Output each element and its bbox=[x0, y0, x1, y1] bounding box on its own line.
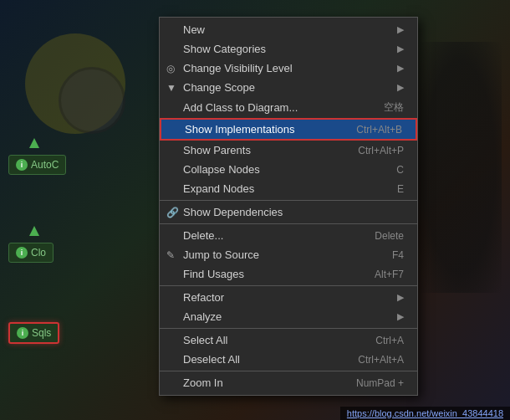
menu-item-change-visibility[interactable]: ◎ Change Visibility Level ▶ bbox=[160, 59, 417, 78]
menu-item-show-categories[interactable]: Show Categories ▶ bbox=[160, 39, 417, 59]
menu-item-new-arrow: ▶ bbox=[397, 24, 404, 35]
filter-icon: ▼ bbox=[166, 82, 176, 94]
menu-item-zoom-in[interactable]: Zoom In NumPad + bbox=[160, 373, 417, 392]
menu-item-jump-to-source[interactable]: ✎ Jump to Source F4 bbox=[160, 245, 417, 264]
menu-item-refactor[interactable]: Refactor ▶ bbox=[160, 288, 417, 307]
menu-item-select-all-label: Select All bbox=[183, 334, 227, 346]
menu-item-change-visibility-label: Change Visibility Level bbox=[183, 62, 293, 74]
separator-2 bbox=[160, 223, 417, 224]
node-autoc-label: AutoC bbox=[31, 159, 59, 171]
menu-item-jump-label: Jump to Source bbox=[183, 248, 259, 261]
menu-item-find-usages-label: Find Usages bbox=[183, 268, 244, 280]
menu-item-scope-arrow: ▶ bbox=[397, 82, 404, 93]
menu-item-show-parents-shortcut: Ctrl+Alt+P bbox=[358, 145, 404, 156]
menu-item-expand-nodes-label: Expand Nodes bbox=[183, 182, 254, 195]
menu-item-refactor-label: Refactor bbox=[183, 291, 224, 304]
menu-item-add-class-shortcut: 空格 bbox=[384, 100, 404, 115]
menu-item-add-class[interactable]: Add Class to Diagram... 空格 bbox=[160, 97, 417, 118]
separator-3 bbox=[160, 285, 417, 286]
menu-item-find-shortcut: Alt+F7 bbox=[375, 269, 404, 280]
arrow-up-2 bbox=[29, 226, 39, 236]
menu-item-show-categories-label: Show Categories bbox=[183, 43, 266, 55]
menu-item-delete-label: Delete... bbox=[183, 229, 223, 242]
menu-item-select-all-shortcut: Ctrl+A bbox=[375, 335, 404, 346]
menu-item-show-parents-label: Show Parents bbox=[183, 144, 251, 156]
menu-item-jump-shortcut: F4 bbox=[392, 249, 404, 261]
node-sqls-label: Sqls bbox=[32, 327, 51, 339]
context-menu: New ▶ Show Categories ▶ ◎ Change Visibil… bbox=[159, 17, 418, 396]
separator-1 bbox=[160, 200, 417, 201]
menu-item-change-scope-label: Change Scope bbox=[183, 81, 255, 94]
menu-item-show-implementations[interactable]: Show Implementations Ctrl+Alt+B bbox=[160, 118, 417, 141]
menu-item-new-label: New bbox=[183, 23, 205, 36]
pencil-icon: ✎ bbox=[166, 249, 175, 261]
link-icon: 🔗 bbox=[166, 207, 179, 218]
menu-item-deselect-all[interactable]: Deselect All Ctrl+Alt+A bbox=[160, 350, 417, 369]
separator-4 bbox=[160, 328, 417, 329]
menu-item-show-dependencies-label: Show Dependencies bbox=[183, 206, 283, 218]
node-clo-icon: i bbox=[16, 247, 28, 259]
node-clo[interactable]: i Clo bbox=[8, 243, 54, 263]
menu-item-analyze-arrow: ▶ bbox=[397, 311, 404, 322]
menu-item-show-categories-arrow: ▶ bbox=[397, 44, 404, 54]
menu-item-show-implementations-shortcut: Ctrl+Alt+B bbox=[356, 124, 402, 136]
menu-item-collapse-nodes-label: Collapse Nodes bbox=[183, 163, 260, 176]
menu-item-deselect-all-shortcut: Ctrl+Alt+A bbox=[358, 354, 404, 366]
menu-item-visibility-arrow: ▶ bbox=[397, 63, 404, 74]
menu-item-show-dependencies[interactable]: 🔗 Show Dependencies bbox=[160, 202, 417, 222]
node-sqls[interactable]: i Sqls bbox=[8, 322, 59, 344]
figure-dark bbox=[418, 42, 502, 293]
eye-icon: ◎ bbox=[166, 63, 175, 74]
menu-item-deselect-all-label: Deselect All bbox=[183, 353, 240, 366]
menu-item-collapse-shortcut: C bbox=[396, 164, 404, 176]
menu-item-delete[interactable]: Delete... Delete bbox=[160, 226, 417, 245]
node-clo-label: Clo bbox=[31, 247, 46, 259]
menu-item-analyze-label: Analyze bbox=[183, 310, 222, 323]
menu-item-expand-shortcut: E bbox=[397, 183, 404, 195]
node-autoc-icon: i bbox=[16, 159, 28, 171]
menu-item-add-class-label: Add Class to Diagram... bbox=[183, 101, 298, 114]
menu-item-find-usages[interactable]: Find Usages Alt+F7 bbox=[160, 264, 417, 284]
menu-item-collapse-nodes[interactable]: Collapse Nodes C bbox=[160, 160, 417, 179]
menu-item-show-implementations-label: Show Implementations bbox=[185, 123, 295, 136]
node-autoc[interactable]: i AutoC bbox=[8, 155, 66, 175]
menu-item-zoom-in-shortcut: NumPad + bbox=[356, 377, 404, 389]
arrow-up-1 bbox=[29, 138, 39, 148]
menu-item-show-parents[interactable]: Show Parents Ctrl+Alt+P bbox=[160, 141, 417, 160]
menu-item-delete-shortcut: Delete bbox=[375, 230, 404, 242]
url-bar: https://blog.csdn.net/weixin_43844418 bbox=[340, 407, 510, 420]
menu-item-change-scope[interactable]: ▼ Change Scope ▶ bbox=[160, 78, 417, 97]
deco-circle-2 bbox=[59, 67, 125, 134]
menu-item-zoom-in-label: Zoom In bbox=[183, 376, 223, 389]
separator-5 bbox=[160, 371, 417, 371]
url-text: https://blog.csdn.net/weixin_43844418 bbox=[347, 408, 503, 418]
node-sqls-icon: i bbox=[17, 327, 28, 339]
menu-item-expand-nodes[interactable]: Expand Nodes E bbox=[160, 179, 417, 198]
menu-item-new[interactable]: New ▶ bbox=[160, 20, 417, 39]
menu-item-refactor-arrow: ▶ bbox=[397, 292, 404, 303]
menu-item-analyze[interactable]: Analyze ▶ bbox=[160, 307, 417, 326]
menu-item-select-all[interactable]: Select All Ctrl+A bbox=[160, 330, 417, 350]
